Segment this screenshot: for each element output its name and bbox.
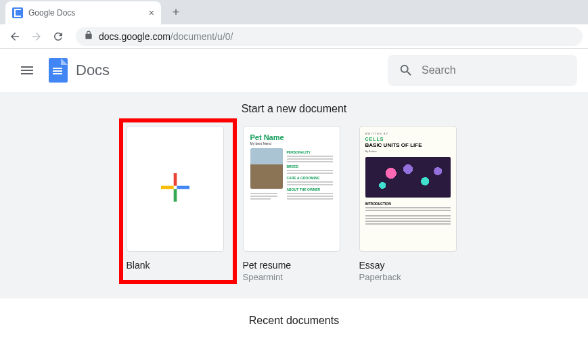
template-blank-thumb[interactable] xyxy=(127,126,224,252)
essay-preview-intro: INTRODUCTION xyxy=(365,202,391,206)
templates-section: Start a new document Blank Pet Name My b… xyxy=(0,92,588,298)
close-tab-icon[interactable]: × xyxy=(149,7,154,18)
lock-icon xyxy=(84,30,93,42)
browser-tab[interactable]: Google Docs × xyxy=(5,1,161,24)
essay-preview-label: WRITTEN BY xyxy=(365,132,389,135)
reload-button[interactable] xyxy=(49,27,68,46)
svg-rect-0 xyxy=(173,173,177,186)
pet-preview-image xyxy=(250,148,283,189)
recent-section: Recent documents xyxy=(0,298,588,343)
svg-rect-1 xyxy=(177,186,189,189)
pet-preview-subtitle: My best friend xyxy=(250,141,271,145)
app-title: Docs xyxy=(76,62,110,79)
template-name: Essay xyxy=(359,260,462,271)
template-subtitle: Paperback xyxy=(359,272,462,282)
search-icon xyxy=(399,63,413,78)
essay-preview-author: By Author xyxy=(365,150,377,153)
main-menu-button[interactable] xyxy=(11,54,43,87)
browser-toolbar: docs.google.com/document/u/0/ xyxy=(0,24,588,49)
templates-heading: Start a new document xyxy=(0,103,588,115)
pet-preview-title: Pet Name xyxy=(250,133,284,141)
template-row: Blank Pet Name My best friend PERSONALIT… xyxy=(0,126,588,282)
template-blank[interactable]: Blank xyxy=(121,120,235,282)
essay-preview-title: BASIC UNITS OF LIFE xyxy=(365,142,422,148)
essay-preview-category: CELLS xyxy=(365,137,384,141)
template-name: Pet resume xyxy=(243,260,346,271)
docs-favicon xyxy=(12,7,23,18)
search-box[interactable] xyxy=(388,55,577,86)
forward-button[interactable] xyxy=(27,27,46,46)
new-tab-button[interactable]: + xyxy=(166,3,185,22)
template-name: Blank xyxy=(127,260,229,271)
recent-heading: Recent documents xyxy=(0,315,588,327)
template-essay-thumb[interactable]: WRITTEN BY CELLS BASIC UNITS OF LIFE By … xyxy=(359,126,457,252)
essay-preview-image xyxy=(365,157,451,198)
app-header: Docs xyxy=(0,49,588,92)
svg-rect-2 xyxy=(173,189,177,202)
svg-rect-3 xyxy=(161,186,174,189)
template-essay[interactable]: WRITTEN BY CELLS BASIC UNITS OF LIFE By … xyxy=(359,126,462,282)
template-pet-thumb[interactable]: Pet Name My best friend PERSONALITY BREE… xyxy=(243,126,340,252)
search-input[interactable] xyxy=(422,64,566,76)
back-button[interactable] xyxy=(5,27,24,46)
address-bar[interactable]: docs.google.com/document/u/0/ xyxy=(76,27,583,46)
url-text: docs.google.com/document/u/0/ xyxy=(99,31,233,42)
plus-icon xyxy=(161,173,189,204)
template-pet-resume[interactable]: Pet Name My best friend PERSONALITY BREE… xyxy=(243,126,346,282)
tab-title: Google Docs xyxy=(28,8,75,18)
template-subtitle: Spearmint xyxy=(243,272,346,282)
docs-logo[interactable] xyxy=(49,58,68,83)
browser-tab-strip: Google Docs × + xyxy=(0,0,588,24)
